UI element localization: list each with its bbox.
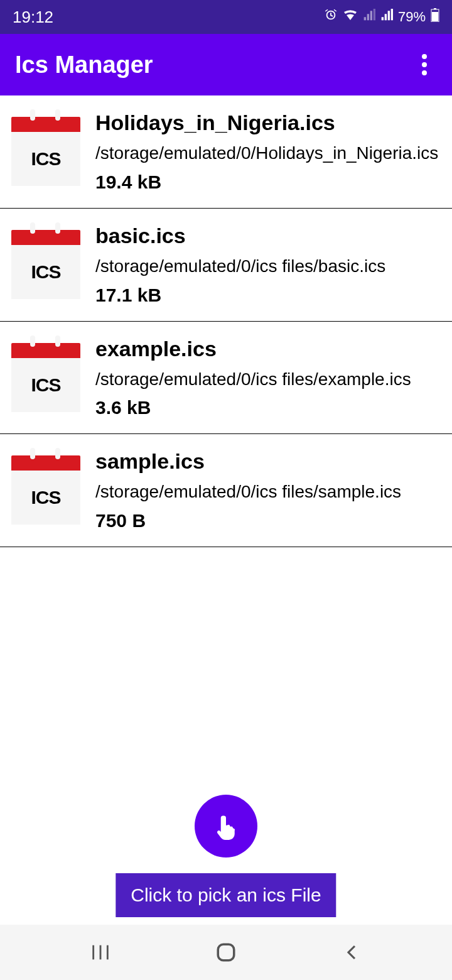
calendar-ics-icon: ICS <box>11 343 80 412</box>
battery-icon <box>431 8 439 26</box>
file-path: /storage/emulated/0/ics files/example.ic… <box>95 368 441 391</box>
recent-apps-button[interactable] <box>82 934 119 971</box>
file-size: 17.1 kB <box>95 285 441 306</box>
file-list: ICS Holidays_in_Nigeria.ics /storage/emu… <box>0 95 452 547</box>
file-path: /storage/emulated/0/ics files/basic.ics <box>95 254 441 278</box>
navigation-bar <box>0 925 452 980</box>
file-size: 19.4 kB <box>95 172 441 193</box>
svg-rect-9 <box>218 944 234 961</box>
alarm-icon <box>324 8 338 26</box>
calendar-ics-icon: ICS <box>11 455 80 525</box>
hand-pointer-icon <box>212 812 240 840</box>
app-title: Ics Manager <box>15 52 153 79</box>
file-info: example.ics /storage/emulated/0/ics file… <box>95 337 441 419</box>
more-options-button[interactable] <box>412 52 437 77</box>
svg-rect-2 <box>432 12 438 21</box>
svg-point-3 <box>422 54 427 59</box>
list-item[interactable]: ICS sample.ics /storage/emulated/0/ics f… <box>0 434 452 547</box>
file-info: sample.ics /storage/emulated/0/ics files… <box>95 449 441 531</box>
svg-point-4 <box>422 62 427 67</box>
list-item[interactable]: ICS example.ics /storage/emulated/0/ics … <box>0 322 452 435</box>
pick-file-fab[interactable] <box>195 795 257 858</box>
file-path: /storage/emulated/0/Holidays_in_Nigeria.… <box>95 141 441 165</box>
home-button[interactable] <box>207 934 245 971</box>
file-name: example.ics <box>95 337 441 361</box>
svg-point-5 <box>422 70 427 75</box>
signal-icon <box>363 9 375 25</box>
file-size: 3.6 kB <box>95 397 441 418</box>
file-name: basic.ics <box>95 224 441 248</box>
status-icons: 79% <box>324 8 439 26</box>
status-bar: 19:12 79% <box>0 0 452 34</box>
app-bar: Ics Manager <box>0 34 452 95</box>
fab-hint-label: Click to pick an ics File <box>116 873 336 917</box>
file-size: 750 B <box>95 510 441 531</box>
back-button[interactable] <box>333 934 370 971</box>
file-name: sample.ics <box>95 449 441 474</box>
file-info: Holidays_in_Nigeria.ics /storage/emulate… <box>95 111 441 193</box>
list-item[interactable]: ICS basic.ics /storage/emulated/0/ics fi… <box>0 209 452 322</box>
list-item[interactable]: ICS Holidays_in_Nigeria.ics /storage/emu… <box>0 95 452 209</box>
signal-icon-2 <box>380 9 393 25</box>
file-path: /storage/emulated/0/ics files/sample.ics <box>95 480 441 504</box>
battery-percent: 79% <box>398 9 426 25</box>
file-info: basic.ics /storage/emulated/0/ics files/… <box>95 224 441 306</box>
wifi-icon <box>343 8 358 26</box>
calendar-ics-icon: ICS <box>11 117 80 186</box>
status-time: 19:12 <box>13 8 53 27</box>
calendar-ics-icon: ICS <box>11 230 80 299</box>
file-name: Holidays_in_Nigeria.ics <box>95 111 441 135</box>
